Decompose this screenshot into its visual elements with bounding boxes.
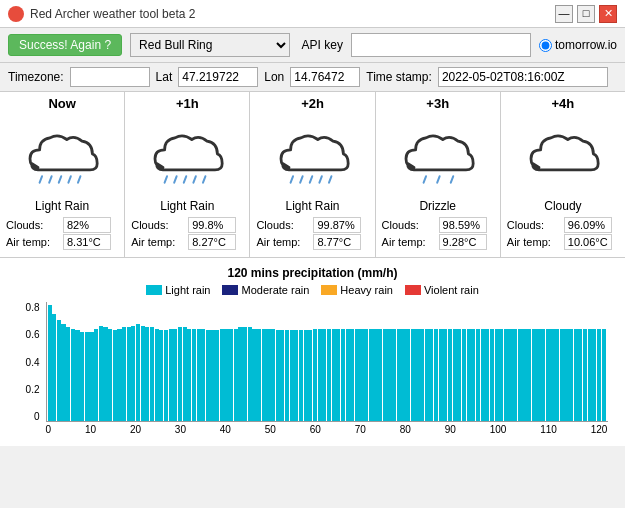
bar-94 [485, 329, 489, 421]
bar-81 [425, 329, 429, 421]
bar-103 [527, 329, 531, 421]
bar-47 [266, 329, 270, 421]
location-dropdown[interactable]: Red Bull Ring [130, 33, 290, 57]
legend-item-3: Violent rain [405, 284, 479, 296]
bar-106 [541, 329, 545, 421]
close-button[interactable]: ✕ [599, 5, 617, 23]
svg-line-6 [174, 176, 176, 182]
bar-93 [481, 329, 485, 421]
y-label-3: 0.2 [26, 384, 40, 395]
bar-76 [401, 329, 405, 421]
lat-input[interactable] [178, 67, 258, 87]
weather-icon-1 [142, 115, 232, 195]
app-icon [8, 6, 24, 22]
svg-line-9 [203, 176, 205, 182]
bar-73 [387, 329, 391, 421]
success-button[interactable]: Success! Again ? [8, 34, 122, 56]
bar-83 [434, 329, 438, 421]
x-label-8: 80 [400, 424, 411, 435]
x-label-10: 100 [490, 424, 507, 435]
temp-key-1: Air temp: [131, 236, 186, 248]
clouds-key-4: Clouds: [507, 219, 562, 231]
api-key-input[interactable] [351, 33, 531, 57]
legend-label-3: Violent rain [424, 284, 479, 296]
chart-section: 120 mins precipitation (mm/h) Light rain… [0, 258, 625, 446]
bars-container [47, 302, 608, 421]
bar-109 [555, 329, 559, 421]
weather-icon-0 [17, 115, 107, 195]
bar-102 [522, 329, 526, 421]
bar-57 [313, 329, 317, 421]
bar-58 [318, 329, 322, 421]
lon-input[interactable] [290, 67, 360, 87]
lat-label: Lat [156, 70, 173, 84]
bar-112 [569, 329, 573, 421]
weather-details-2: Clouds: 99.87% Air temp: 8.77°C [252, 215, 372, 253]
bar-113 [574, 329, 578, 421]
bar-35 [210, 330, 214, 421]
col-header-0: Now [48, 96, 75, 111]
weather-label-2: Light Rain [285, 199, 339, 213]
bar-5 [71, 329, 75, 421]
temp-key-3: Air temp: [382, 236, 437, 248]
bar-4 [66, 327, 70, 421]
api-key-label: API key [302, 38, 343, 52]
timestamp-input[interactable] [438, 67, 608, 87]
bar-101 [518, 329, 522, 421]
bar-12 [103, 327, 107, 421]
chart-title: 120 mins precipitation (mm/h) [8, 266, 617, 280]
bar-110 [560, 329, 564, 421]
clouds-row-4: Clouds: 96.09% [507, 217, 619, 233]
y-label-2: 0.4 [26, 357, 40, 368]
x-label-11: 110 [540, 424, 557, 435]
x-label-4: 40 [220, 424, 231, 435]
bar-72 [383, 329, 387, 421]
legend-item-2: Heavy rain [321, 284, 393, 296]
weather-col-1: +1h Light Rain Clouds: 99.8% Air temp: 8… [125, 92, 250, 257]
temp-val-2: 8.77°C [313, 234, 361, 250]
weather-details-1: Clouds: 99.8% Air temp: 8.27°C [127, 215, 247, 253]
y-label-1: 0.6 [26, 329, 40, 340]
chart-legend: Light rainModerate rainHeavy rainViolent… [8, 284, 617, 296]
col-header-3: +3h [426, 96, 449, 111]
svg-line-15 [423, 176, 425, 182]
bar-107 [546, 329, 550, 421]
bar-108 [550, 329, 554, 421]
bar-31 [192, 329, 196, 421]
bar-116 [588, 329, 592, 421]
maximize-button[interactable]: □ [577, 5, 595, 23]
bar-46 [262, 329, 266, 421]
legend-label-2: Heavy rain [340, 284, 393, 296]
x-label-5: 50 [265, 424, 276, 435]
temp-val-4: 10.06°C [564, 234, 612, 250]
bar-91 [471, 329, 475, 421]
x-label-0: 0 [46, 424, 52, 435]
minimize-button[interactable]: — [555, 5, 573, 23]
x-label-2: 20 [130, 424, 141, 435]
col-header-4: +4h [552, 96, 575, 111]
bar-42 [243, 327, 247, 421]
clouds-val-2: 99.87% [313, 217, 361, 233]
svg-line-10 [290, 176, 292, 182]
window-controls: — □ ✕ [555, 5, 617, 23]
legend-color-2 [321, 285, 337, 295]
bar-17 [127, 327, 131, 421]
timezone-input[interactable] [70, 67, 150, 87]
bar-13 [108, 329, 112, 421]
provider-radio[interactable] [539, 39, 552, 52]
provider-radio-label[interactable]: tomorrow.io [539, 38, 617, 52]
bar-22 [150, 327, 154, 421]
weather-icon-4 [518, 115, 608, 195]
bar-24 [159, 330, 163, 421]
bar-95 [490, 329, 494, 421]
bar-56 [308, 330, 312, 421]
bar-92 [476, 329, 480, 421]
bar-8 [85, 332, 89, 421]
bar-33 [201, 329, 205, 421]
weather-label-4: Cloudy [544, 199, 581, 213]
bar-20 [141, 326, 145, 421]
clouds-row-1: Clouds: 99.8% [131, 217, 243, 233]
temp-key-2: Air temp: [256, 236, 311, 248]
bar-50 [280, 330, 284, 421]
legend-color-0 [146, 285, 162, 295]
